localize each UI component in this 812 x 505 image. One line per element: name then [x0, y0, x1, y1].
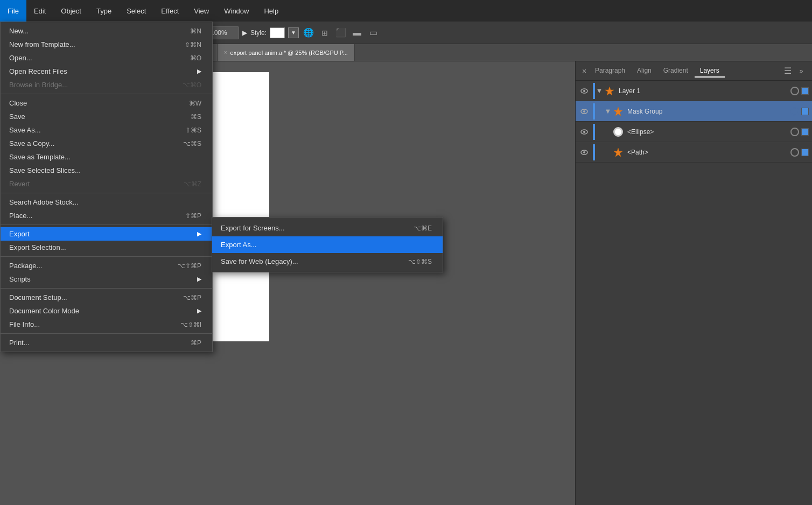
fm-place-label: Place...: [9, 212, 185, 220]
fm-bridge: Browse in Bridge... ⌥⌘O: [1, 78, 212, 92]
fm-file-info-shortcut: ⌥⇧⌘I: [180, 321, 201, 328]
panel-menu-icon[interactable]: ☰: [784, 66, 792, 76]
fm-revert-shortcut: ⌥⌘Z: [184, 180, 201, 188]
fm-open-recent-label: Open Recent Files: [9, 67, 197, 75]
fm-save-as-label: Save As...: [9, 126, 185, 134]
layer1-visibility-icon[interactable]: [576, 88, 593, 94]
panel-close-button[interactable]: ×: [580, 67, 589, 75]
esm-save-web-label: Save for Web (Legacy)...: [221, 257, 408, 265]
esm-save-web[interactable]: Save for Web (Legacy)... ⌥⇧⌘S: [212, 253, 443, 270]
fm-revert-label: Revert: [9, 180, 184, 188]
fm-print[interactable]: Print... ⌘P: [1, 336, 212, 349]
fm-save[interactable]: Save ⌘S: [1, 110, 212, 123]
path-visibility-icon[interactable]: [576, 150, 593, 155]
fm-sep3: [1, 225, 212, 225]
menu-view[interactable]: View: [186, 0, 216, 22]
fm-close-label: Close: [9, 99, 189, 107]
menu-effect[interactable]: Effect: [153, 0, 186, 22]
fm-doc-setup-label: Document Setup...: [9, 293, 183, 301]
esm-export-as-label: Export As...: [221, 241, 432, 249]
panel-tab-gradient[interactable]: Gradient: [658, 65, 694, 78]
grid-icon[interactable]: ⊞: [318, 26, 331, 39]
fm-save-copy[interactable]: Save a Copy... ⌥⌘S: [1, 137, 212, 150]
esm-save-web-shortcut: ⌥⇧⌘S: [408, 258, 432, 265]
mask-group-arrow[interactable]: ▼: [604, 107, 612, 115]
layer1-name: Layer 1: [619, 87, 790, 95]
fm-search-stock-label: Search Adobe Stock...: [9, 198, 201, 206]
style-swatch[interactable]: [270, 27, 285, 38]
align-center-icon[interactable]: ▬: [351, 26, 363, 39]
layer1-arrow[interactable]: ▼: [595, 87, 604, 95]
path-color-bar: [593, 144, 595, 160]
panel-header: × Paragraph Align Gradient Layers ☰ »: [576, 61, 812, 81]
layer-row-path[interactable]: <Path>: [576, 142, 812, 163]
mask-group-color-box: [801, 108, 809, 115]
fm-file-info-label: File Info...: [9, 320, 180, 328]
menu-file[interactable]: File: [0, 0, 26, 22]
path-target[interactable]: [790, 148, 799, 157]
align-right-icon[interactable]: ▭: [367, 26, 380, 39]
fm-sep2: [1, 193, 212, 193]
fm-package[interactable]: Package... ⌥⇧⌘P: [1, 259, 212, 272]
ellipse-visibility-icon[interactable]: [576, 129, 593, 135]
world-icon[interactable]: 🌐: [302, 26, 315, 39]
style-dropdown[interactable]: ▼: [288, 27, 299, 38]
menu-help[interactable]: Help: [256, 0, 286, 22]
align-left-icon[interactable]: ⬛: [334, 26, 347, 39]
panel-tab-paragraph[interactable]: Paragraph: [590, 65, 631, 78]
panel-expand-icon[interactable]: »: [795, 65, 808, 78]
fm-save-slices[interactable]: Save Selected Slices...: [1, 164, 212, 177]
mask-group-target[interactable]: [790, 107, 799, 116]
layer-row-layer1[interactable]: ▼ Layer 1: [576, 81, 812, 101]
layer-row-ellipse[interactable]: <Ellipse>: [576, 122, 812, 142]
fm-save-as-shortcut: ⇧⌘S: [185, 127, 201, 134]
fm-search-stock[interactable]: Search Adobe Stock...: [1, 195, 212, 209]
fm-doc-color-mode[interactable]: Document Color Mode ▶: [1, 304, 212, 318]
fm-new[interactable]: New... ⌘N: [1, 24, 212, 38]
fm-save-template[interactable]: Save as Template...: [1, 150, 212, 164]
panel-tab-align[interactable]: Align: [632, 65, 657, 78]
layer-row-mask-group[interactable]: ▼ Mask Group: [576, 101, 812, 122]
fm-save-template-label: Save as Template...: [9, 153, 201, 161]
ellipse-target[interactable]: [790, 128, 799, 136]
esm-export-as[interactable]: Export As...: [212, 236, 443, 253]
fm-open-recent-arrow: ▶: [197, 68, 201, 75]
layer1-target[interactable]: [790, 87, 799, 95]
fm-print-label: Print...: [9, 339, 191, 347]
fm-place[interactable]: Place... ⇧⌘P: [1, 209, 212, 222]
fm-export-selection-label: Export Selection...: [9, 243, 201, 251]
layer1-color-box: [801, 87, 809, 95]
svg-point-6: [583, 110, 585, 113]
menu-object[interactable]: Object: [53, 0, 89, 22]
menu-edit[interactable]: Edit: [26, 0, 53, 22]
file-menu-dropdown: New... ⌘N New from Template... ⇧⌘N Open.…: [0, 22, 213, 352]
fm-export-selection[interactable]: Export Selection...: [1, 241, 212, 254]
svg-marker-7: [614, 107, 622, 116]
mask-group-visibility-icon[interactable]: [576, 109, 593, 114]
fm-open[interactable]: Open... ⌘O: [1, 51, 212, 65]
fm-new-template[interactable]: New from Template... ⇧⌘N: [1, 38, 212, 51]
fm-package-label: Package...: [9, 262, 178, 270]
menu-select[interactable]: Select: [119, 0, 153, 22]
fm-open-recent[interactable]: Open Recent Files ▶: [1, 65, 212, 78]
fm-new-label: New...: [9, 27, 190, 35]
export-submenu: Export for Screens... ⌥⌘E Export As... S…: [212, 217, 443, 272]
fm-file-info[interactable]: File Info... ⌥⇧⌘I: [1, 318, 212, 331]
fm-package-shortcut: ⌥⇧⌘P: [178, 262, 201, 270]
fm-save-as[interactable]: Save As... ⇧⌘S: [1, 123, 212, 137]
menu-window[interactable]: Window: [216, 0, 256, 22]
esm-export-screens[interactable]: Export for Screens... ⌥⌘E: [212, 220, 443, 236]
fm-close[interactable]: Close ⌘W: [1, 96, 212, 110]
menu-type[interactable]: Type: [89, 0, 119, 22]
fm-export[interactable]: Export ▶: [1, 227, 212, 241]
fm-save-copy-label: Save a Copy...: [9, 139, 183, 148]
mask-group-thumb: [612, 106, 624, 117]
tab-2[interactable]: × export panel anim.ai* @ 25% (RGB/GPU P…: [218, 44, 355, 61]
panel-tab-layers[interactable]: Layers: [695, 65, 725, 78]
fm-doc-setup[interactable]: Document Setup... ⌥⌘P: [1, 291, 212, 304]
fm-scripts[interactable]: Scripts ▶: [1, 272, 212, 286]
fm-save-slices-label: Save Selected Slices...: [9, 166, 201, 174]
arrow-btn[interactable]: ▶: [242, 29, 247, 37]
tab-2-close[interactable]: ×: [224, 50, 227, 55]
mask-group-color-bar: [593, 103, 595, 120]
